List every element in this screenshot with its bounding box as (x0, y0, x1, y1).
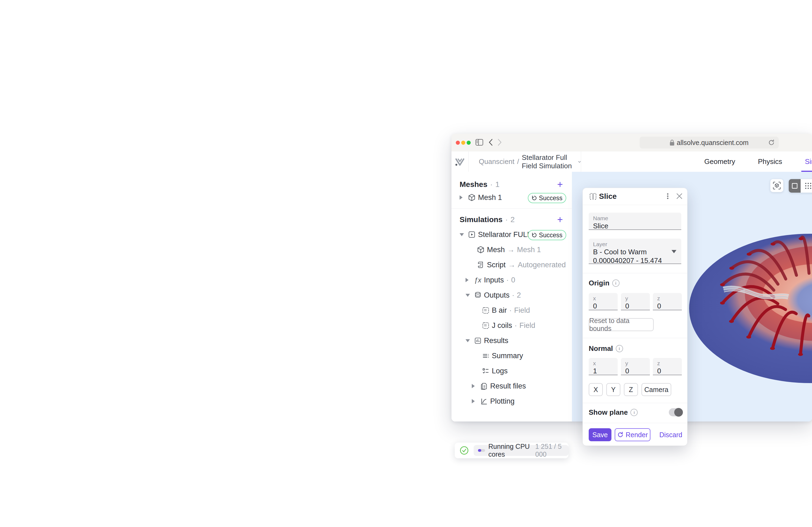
layer-select[interactable]: Layer B - Cool to Warm 0.000040207 - 15.… (589, 239, 681, 264)
tree-item-b-air[interactable]: B air · Field (451, 304, 572, 317)
tab-physics[interactable]: Physics (754, 151, 786, 172)
breadcrumb-org: Quanscient (479, 158, 514, 166)
minimize-window-button[interactable] (461, 141, 465, 145)
url-text: allsolve.quanscient.com (677, 139, 749, 147)
caret-down-icon[interactable] (466, 339, 472, 342)
tab-geometry[interactable]: Geometry (700, 151, 739, 172)
normal-x-input[interactable]: x 1 (589, 358, 618, 375)
tab-simulations[interactable]: Simulations (801, 151, 812, 172)
page: allsolve.quanscient.com Quanscient / Ste… (0, 0, 812, 527)
tree-item-simulation[interactable]: Stellarator FULL FIE... Success (451, 228, 572, 241)
sidebar: Meshes · 1 + Mesh 1 Success Simulations (451, 172, 572, 422)
add-mesh-button[interactable]: + (555, 180, 565, 189)
caret-right-icon[interactable] (472, 399, 478, 404)
origin-x-input[interactable]: x 0 (589, 293, 618, 310)
tree-item-logs[interactable]: Logs (451, 364, 572, 377)
name-field-label: Name (593, 215, 677, 222)
add-simulation-button[interactable]: + (555, 215, 565, 224)
browser-chrome: allsolve.quanscient.com (451, 134, 812, 152)
slice-panel-header[interactable]: Slice (583, 188, 687, 205)
tree-item-plotting[interactable]: Plotting (451, 395, 572, 408)
tree-item-mesh-ref[interactable]: Mesh → Mesh 1 (451, 243, 572, 256)
origin-section-label: Origini (589, 279, 620, 287)
url-bar[interactable]: allsolve.quanscient.com (640, 137, 779, 148)
normal-x-button[interactable]: X (589, 383, 603, 396)
status-badge: Success (528, 193, 566, 203)
section-title: Simulations (460, 215, 503, 224)
simulation-icon (468, 231, 476, 238)
refresh-icon (618, 432, 623, 438)
render-button[interactable]: Render (615, 428, 650, 441)
info-icon[interactable]: i (630, 409, 638, 416)
normal-y-input[interactable]: y 0 (621, 358, 650, 375)
normal-z-button[interactable]: Z (624, 383, 638, 396)
section-count: 2 (510, 215, 515, 224)
tree-item-inputs[interactable]: ƒx Inputs · 0 (451, 274, 572, 287)
summary-lines-icon (481, 352, 490, 360)
layer-select-value: B - Cool to Warm (593, 248, 677, 256)
cpu-cores-value: 1 251 / 5 000 (535, 443, 564, 458)
origin-z-input[interactable]: z 0 (653, 293, 682, 310)
normal-z-input[interactable]: z 0 (653, 358, 682, 375)
divider (583, 273, 687, 273)
caret-right-icon[interactable] (472, 384, 478, 388)
fit-view-button[interactable] (770, 179, 783, 192)
main-tabs: Geometry Physics Simulations (700, 151, 812, 172)
caret-down-icon[interactable] (460, 233, 466, 236)
save-button[interactable]: Save (589, 428, 611, 441)
section-simulations: Simulations · 2 + (451, 214, 572, 225)
check-circle-icon (460, 446, 469, 455)
discard-button[interactable]: Discard (659, 428, 682, 441)
grid-view-icon (805, 182, 812, 189)
tree-item-results[interactable]: Results (451, 334, 572, 347)
caret-down-icon[interactable] (466, 294, 472, 297)
forward-button[interactable] (496, 138, 504, 146)
caret-right-icon[interactable] (460, 195, 466, 200)
slice-panel-title: Slice (599, 192, 617, 201)
tree-item-outputs[interactable]: Outputs · 2 (451, 289, 572, 302)
normal-y-button[interactable]: Y (606, 383, 620, 396)
mesh-cube-icon (468, 193, 476, 202)
fit-cube-icon (773, 181, 781, 190)
section-title: Meshes (460, 180, 488, 189)
tree-item-j-coils[interactable]: J coils · Field (451, 319, 572, 332)
section-count: 1 (495, 180, 499, 189)
back-button[interactable] (487, 138, 495, 146)
tree-item-mesh-1[interactable]: Mesh 1 Success (451, 191, 572, 204)
info-icon[interactable]: i (616, 345, 623, 352)
single-view-button[interactable] (789, 179, 801, 193)
results-chart-icon (474, 337, 482, 345)
reset-data-bounds-button[interactable]: Reset to data bounds (589, 318, 654, 331)
normal-camera-button[interactable]: Camera (641, 383, 671, 396)
app-logo[interactable] (451, 151, 468, 172)
close-window-button[interactable] (456, 141, 460, 145)
slice-icon (589, 193, 597, 201)
section-meshes: Meshes · 1 + (451, 179, 572, 190)
view-layout-toggle (789, 179, 812, 193)
fx-icon: ƒx (474, 276, 482, 284)
divider (583, 205, 687, 205)
sidebar-toggle-icon[interactable] (475, 138, 483, 146)
caret-right-icon[interactable] (466, 278, 472, 282)
tree-item-result-files[interactable]: Result files (451, 380, 572, 393)
info-icon[interactable]: i (612, 279, 620, 287)
plot-icon (480, 398, 488, 405)
show-plane-toggle[interactable] (669, 408, 683, 416)
breadcrumb[interactable]: Quanscient / Stellarator Full Field Simu… (468, 151, 581, 172)
tree-item-script[interactable]: Script → Autogenerated (451, 258, 572, 272)
grid-view-button[interactable] (801, 179, 812, 193)
cpu-status-bar[interactable]: Running CPU cores 1 251 / 5 000 (455, 443, 568, 458)
field-icon (481, 322, 490, 329)
kebab-menu-icon[interactable] (664, 192, 671, 201)
reload-icon[interactable] (768, 139, 775, 148)
normal-section-label: Normali (589, 345, 623, 353)
history-icon (532, 232, 537, 238)
tree-item-summary[interactable]: Summary (451, 349, 572, 362)
name-field[interactable]: Name Slice (589, 213, 681, 230)
show-plane-label: Show planei (589, 408, 638, 416)
close-icon[interactable] (676, 193, 683, 201)
script-icon (477, 261, 485, 269)
origin-y-input[interactable]: y 0 (621, 293, 650, 310)
breadcrumb-separator: / (517, 158, 519, 166)
zoom-window-button[interactable] (467, 141, 471, 145)
